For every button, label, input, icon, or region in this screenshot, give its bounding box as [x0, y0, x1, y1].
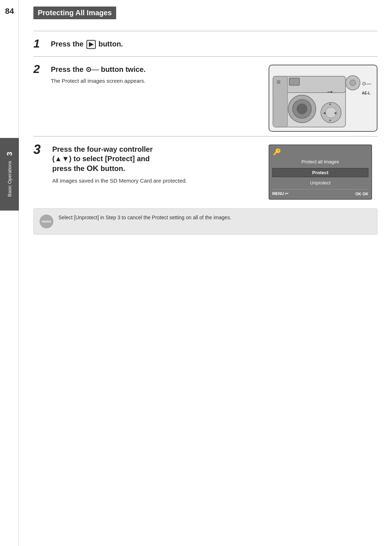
chapter-tab: 3 Basic Operations	[0, 138, 19, 211]
screen-key-icon: 🔑	[273, 148, 281, 156]
chapter-number: 3	[5, 152, 14, 156]
step-3-text: Press the four-way controller (▲▼) to se…	[52, 144, 261, 185]
step-2-text: Press the ⊙— button twice. The Protect a…	[51, 65, 261, 85]
screen-ok-label: OK OK	[355, 192, 368, 196]
memo-icon: memo	[40, 215, 53, 228]
svg-text:▶: ▶	[335, 111, 337, 115]
divider-1	[33, 31, 377, 31]
memo-icon-wrap: memo	[39, 214, 54, 229]
screen-unprotect-option: Unprotect	[272, 179, 368, 187]
step-3-content: Press the four-way controller (▲▼) to se…	[52, 144, 377, 200]
svg-text:⊞: ⊞	[277, 79, 281, 85]
step-3-layout: Press the four-way controller (▲▼) to se…	[52, 144, 377, 200]
step-2-image: ⊞ → ⊙— AE-L	[269, 65, 377, 132]
svg-rect-6	[289, 78, 299, 85]
screen-footer: MENU ↩ OK OK	[272, 189, 368, 196]
sidebar: 84 3 Basic Operations	[0, 0, 19, 546]
screen-menu-label: MENU ↩	[272, 191, 288, 196]
step-3-row: 3 Press the four-way controller (▲▼) to …	[33, 141, 377, 200]
play-button-symbol: ▶	[86, 40, 96, 49]
svg-text:◀: ◀	[323, 111, 326, 115]
step-3-number: 3	[33, 143, 52, 156]
memo-icon-label: memo	[42, 220, 52, 223]
step-1-content: Press the ▶ button.	[51, 39, 377, 52]
section-header: Protecting All Images	[33, 7, 116, 19]
step-1-title: Press the ▶ button.	[51, 39, 377, 49]
divider-3	[33, 136, 377, 136]
step-1-row: 1 Press the ▶ button.	[33, 36, 377, 52]
svg-text:AE-L: AE-L	[362, 91, 370, 95]
step-2-content: Press the ⊙— button twice. The Protect a…	[51, 65, 377, 132]
page-number: 84	[5, 7, 14, 16]
svg-text:→: →	[326, 86, 334, 96]
step-2-title: Press the ⊙— button twice.	[51, 65, 261, 74]
divider-2	[33, 56, 377, 57]
step-3-body: All images saved in the SD Memory Card a…	[52, 177, 261, 185]
step-2-number: 2	[33, 63, 51, 75]
main-content: Protecting All Images 1 Press the ▶ butt…	[19, 0, 392, 546]
screen-illustration: 🔑 Protect all images Protect Unprotect M…	[269, 144, 372, 200]
svg-text:▲: ▲	[328, 102, 332, 106]
step-3-title: Press the four-way controller (▲▼) to se…	[52, 144, 261, 174]
memo-box: memo Select [Unprotect] in Step 3 to can…	[33, 208, 377, 235]
step-2-layout: Press the ⊙— button twice. The Protect a…	[51, 65, 377, 132]
svg-point-5	[297, 104, 307, 114]
svg-text:⊙—: ⊙—	[362, 81, 371, 86]
step-2-row: 2 Press the ⊙— button twice. The Protect…	[33, 61, 377, 132]
chapter-label: Basic Operations	[7, 161, 12, 197]
screen-title: Protect all images	[272, 159, 368, 164]
svg-point-10	[350, 80, 356, 86]
memo-text: Select [Unprotect] in Step 3 to cancel t…	[58, 214, 231, 221]
svg-text:▼: ▼	[328, 119, 332, 122]
camera-illustration: ⊞ → ⊙— AE-L	[269, 65, 377, 132]
step-3-image: 🔑 Protect all images Protect Unprotect M…	[269, 144, 377, 200]
step-1-number: 1	[33, 38, 51, 49]
screen-protect-option: Protect	[272, 168, 368, 177]
step-2-body: The Protect all images screen appears.	[51, 77, 261, 85]
